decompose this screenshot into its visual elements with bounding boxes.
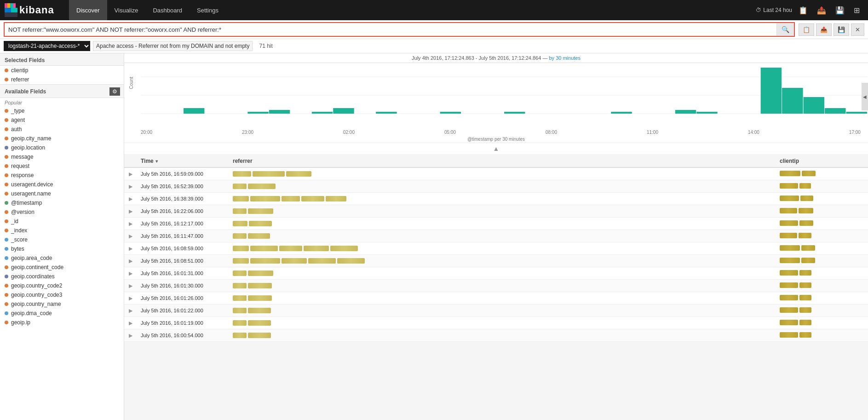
svg-rect-18	[376, 112, 397, 114]
available-field-item[interactable]: agent	[0, 115, 124, 125]
right-panel-collapse[interactable]: ◀	[862, 83, 868, 110]
table-row: ▶July 5th 2016, 16:52:39.000	[124, 180, 868, 193]
row-clientip	[776, 329, 868, 341]
row-expand-button[interactable]: ▶	[124, 317, 137, 329]
row-expand-button[interactable]: ▶	[124, 193, 137, 205]
available-field-item[interactable]: geoip.city_name	[0, 134, 124, 143]
chevron-up-icon: ▲	[493, 145, 500, 152]
row-time: July 5th 2016, 16:01:30.000	[137, 280, 229, 291]
table-row: ▶July 5th 2016, 16:11:47.000	[124, 230, 868, 242]
share-button[interactable]: 📋	[796, 4, 811, 17]
x-axis-title: @timestamp per 30 minutes	[132, 136, 861, 143]
available-field-item[interactable]: geoip.country_name	[0, 299, 124, 309]
selected-field-item[interactable]: clientip	[0, 66, 124, 75]
row-time: July 5th 2016, 16:01:22.000	[137, 305, 229, 316]
row-expand-button[interactable]: ▶	[124, 218, 137, 230]
time-column-header[interactable]: Time ▾	[137, 158, 229, 164]
row-expand-button[interactable]: ▶	[124, 168, 137, 180]
row-referrer	[229, 230, 776, 242]
available-field-item[interactable]: _type	[0, 106, 124, 115]
available-field-item[interactable]: geoip.coordinates	[0, 272, 124, 281]
nav-dashboard[interactable]: Dashboard	[145, 0, 190, 20]
row-referrer	[229, 305, 776, 316]
load-button[interactable]: 📤	[814, 4, 829, 17]
svg-rect-2	[10, 3, 13, 8]
available-field-item[interactable]: message	[0, 152, 124, 161]
available-field-item[interactable]: geoip.dma_code	[0, 309, 124, 318]
row-expand-button[interactable]: ▶	[124, 305, 137, 316]
row-expand-button[interactable]: ▶	[124, 230, 137, 242]
available-field-item[interactable]: useragent.device	[0, 180, 124, 189]
results-rows: ▶July 5th 2016, 16:59:09.000▶July 5th 20…	[124, 168, 868, 342]
table-row: ▶July 5th 2016, 16:08:59.000	[124, 242, 868, 255]
index-pattern-select[interactable]: logstash-21-apache-access-*	[4, 41, 90, 51]
clientip-column-header[interactable]: clientip	[776, 158, 868, 164]
available-field-item[interactable]: geoip.country_code2	[0, 281, 124, 290]
available-field-item[interactable]: _index	[0, 226, 124, 235]
available-field-item[interactable]: useragent.name	[0, 189, 124, 198]
available-field-item[interactable]: geoip.country_code3	[0, 290, 124, 299]
save-button[interactable]: 💾	[833, 4, 847, 17]
table-row: ▶July 5th 2016, 16:01:19.000	[124, 317, 868, 329]
available-field-item[interactable]: @version	[0, 207, 124, 217]
referrer-column-header[interactable]: referrer	[229, 158, 776, 164]
row-expand-button[interactable]: ▶	[124, 268, 137, 279]
row-expand-button[interactable]: ▶	[124, 330, 137, 341]
row-expand-button[interactable]: ▶	[124, 243, 137, 254]
row-referrer	[229, 280, 776, 291]
row-time: July 5th 2016, 16:12:17.000	[137, 218, 229, 229]
selected-field-item[interactable]: referrer	[0, 75, 124, 84]
row-referrer	[229, 206, 776, 217]
available-field-item[interactable]: geoip.location	[0, 143, 124, 152]
svg-rect-16	[312, 112, 333, 114]
time-range-display[interactable]: ⏱ Last 24 hou	[756, 7, 792, 13]
table-row: ▶July 5th 2016, 16:08:51.000	[124, 255, 868, 267]
available-field-item[interactable]: _score	[0, 235, 124, 244]
available-field-item[interactable]: request	[0, 161, 124, 171]
nav-visualize[interactable]: Visualize	[107, 0, 146, 20]
nav-discover[interactable]: Discover	[69, 0, 107, 20]
new-search-button[interactable]: ✕	[851, 23, 864, 36]
table-row: ▶July 5th 2016, 16:38:39.000	[124, 193, 868, 205]
row-expand-button[interactable]: ▶	[124, 255, 137, 267]
index-bar: logstash-21-apache-access-* Apache acces…	[0, 39, 868, 53]
by-interval-link[interactable]: by 30 minutes	[549, 55, 580, 61]
fullscreen-button[interactable]: ⊞	[851, 4, 862, 17]
search-input[interactable]	[5, 23, 776, 36]
search-bar: 🔍 📋 📤 💾 ✕	[0, 20, 868, 39]
table-row: ▶July 5th 2016, 16:01:31.000	[124, 267, 868, 280]
histogram-svg-wrapper: Count 0 10 20	[132, 68, 861, 129]
save-search-button[interactable]: 📋	[799, 23, 814, 36]
row-referrer	[229, 168, 776, 179]
load-search-button[interactable]: 📤	[816, 23, 832, 36]
time-sort-arrow: ▾	[155, 159, 158, 164]
row-time: July 5th 2016, 16:11:47.000	[137, 230, 229, 242]
nav-right: ⏱ Last 24 hou 📋 📤 💾 ⊞	[756, 4, 868, 17]
row-clientip	[776, 255, 868, 267]
share-search-button[interactable]: 💾	[834, 23, 849, 36]
field-settings-button[interactable]: ⚙	[109, 87, 120, 96]
search-button[interactable]: 🔍	[776, 23, 794, 36]
available-field-item[interactable]: geoip.area_code	[0, 253, 124, 263]
chevron-left-icon: ◀	[863, 94, 867, 99]
nav-settings[interactable]: Settings	[190, 0, 226, 20]
svg-rect-0	[5, 3, 7, 8]
svg-rect-25	[782, 88, 803, 114]
available-field-item[interactable]: geoip.ip	[0, 318, 124, 327]
kibana-logo: kibana	[5, 2, 60, 18]
available-field-item[interactable]: auth	[0, 125, 124, 134]
available-field-item[interactable]: geoip.continent_code	[0, 263, 124, 272]
row-expand-button[interactable]: ▶	[124, 293, 137, 304]
available-field-item[interactable]: _id	[0, 217, 124, 226]
available-field-item[interactable]: @timestamp	[0, 198, 124, 207]
available-field-item[interactable]: response	[0, 171, 124, 180]
row-expand-button[interactable]: ▶	[124, 280, 137, 292]
row-expand-button[interactable]: ▶	[124, 181, 137, 192]
top-nav: kibana Discover Visualize Dashboard Sett…	[0, 0, 868, 20]
chart-date-range: July 4th 2016, 17:12:24.863 - July 5th 2…	[412, 55, 541, 61]
available-field-item[interactable]: bytes	[0, 244, 124, 253]
row-expand-button[interactable]: ▶	[124, 206, 137, 217]
svg-rect-15	[269, 110, 290, 114]
row-referrer	[229, 193, 776, 204]
chart-collapse-button[interactable]: ▲	[124, 143, 868, 154]
